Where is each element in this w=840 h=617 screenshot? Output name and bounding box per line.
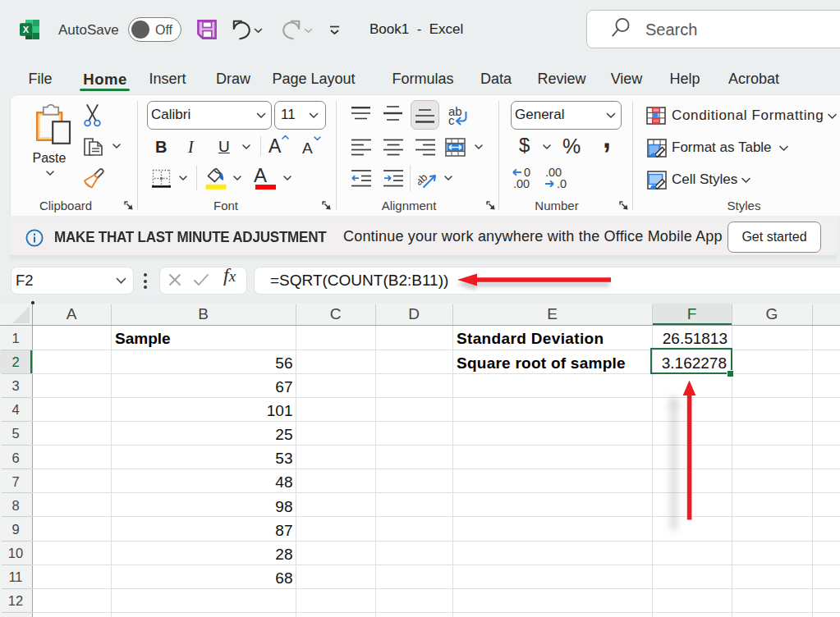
- svg-text:X: X: [23, 25, 30, 34]
